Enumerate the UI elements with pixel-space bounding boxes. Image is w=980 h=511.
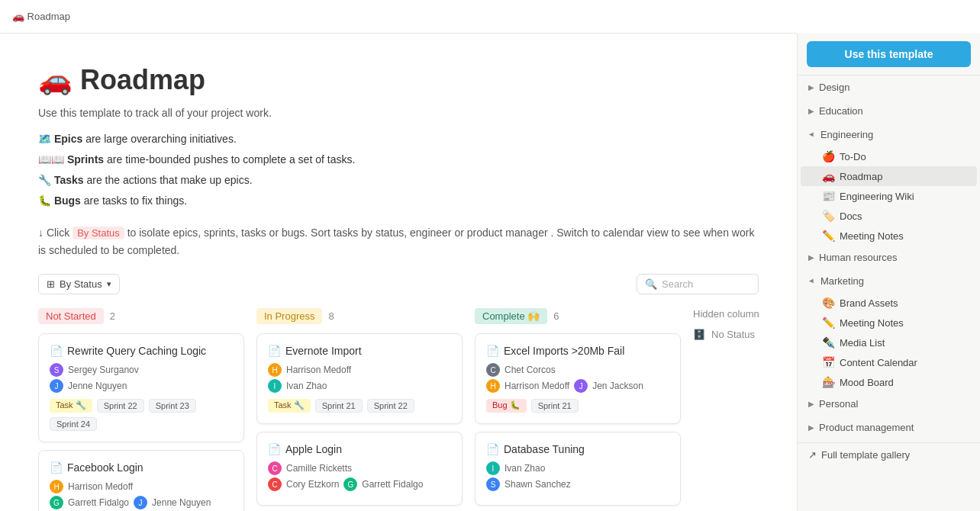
view-by-status-button[interactable]: ⊞ By Status ▾ <box>38 274 120 294</box>
search-icon: 🔍 <box>645 278 657 290</box>
sidebar-item-mood-board[interactable]: 🎰 Mood Board <box>801 372 977 392</box>
toolbar: ⊞ By Status ▾ 🔍 Search <box>38 274 759 294</box>
bullet-item: 🔧 Tasks are the actions that make up epi… <box>38 172 759 188</box>
sidebar-item-roadmap[interactable]: 🚗 Roadmap <box>801 166 977 186</box>
avatar: C <box>268 461 282 475</box>
tag-bug: Bug 🐛 <box>486 399 527 413</box>
sidebar-section-header-hr[interactable]: ▶ Human resources <box>798 246 980 269</box>
sidebar-item-label: Content Calendar <box>840 357 917 368</box>
card-person: S Sergey Surganov <box>50 363 233 377</box>
col-count-complete: 6 <box>553 310 559 322</box>
full-template-gallery-link[interactable]: ↗ Full template gallery <box>808 449 969 461</box>
sidebar-section-label: Product management <box>819 422 914 433</box>
person-name: Camille Ricketts <box>286 463 352 474</box>
tag-sprint: Sprint 23 <box>149 399 196 413</box>
person-name: Jenne Nguyen <box>152 497 211 508</box>
sidebar-section-items-engineering: 🍎 To-Do 🚗 Roadmap 📰 Engineering Wiki 🏷️ … <box>798 146 980 246</box>
avatar: H <box>50 480 63 493</box>
sidebar-item-content-calendar[interactable]: 📅 Content Calendar <box>801 352 977 372</box>
column-in-progress: In Progress 8 📄 Evernote Import H Harris… <box>256 308 463 511</box>
table-row[interactable]: 📄 Evernote Import H Harrison Medoff I Iv… <box>256 333 463 424</box>
media-list-icon: ✒️ <box>822 336 835 349</box>
grid-icon: ⊞ <box>47 278 55 290</box>
table-row[interactable]: 📄 Excel Imports >20Mb Fail C Chet Corcos… <box>475 333 681 424</box>
kanban-board: Not Started 2 📄 Rewrite Query Caching Lo… <box>38 308 759 511</box>
sidebar-section-hr: ▶ Human resources <box>798 246 980 269</box>
sidebar-header: Use this template <box>798 34 980 76</box>
tag-sprint: Sprint 22 <box>367 399 414 413</box>
search-box[interactable]: 🔍 Search <box>637 274 759 294</box>
sidebar-section-label: Human resources <box>819 252 898 263</box>
person-name: Chet Corcos <box>505 365 556 375</box>
sidebar-section-label: Education <box>819 105 863 117</box>
card-person: H Harrison Medoff <box>50 480 233 493</box>
footer-label: Full template gallery <box>821 449 910 461</box>
sidebar-section-header-marketing[interactable]: ▼ Marketing <box>798 269 980 293</box>
doc-icon: 📄 <box>268 345 281 357</box>
sidebar-item-media-list[interactable]: ✒️ Media List <box>801 333 977 352</box>
avatar: J <box>134 496 147 509</box>
table-row[interactable]: 📄 Rewrite Query Caching Logic S Sergey S… <box>38 333 244 442</box>
column-not-started: Not Started 2 📄 Rewrite Query Caching Lo… <box>38 308 244 511</box>
person-name: Jenne Nguyen <box>68 381 127 391</box>
topbar-title: 🚗 Roadmap <box>12 11 70 22</box>
card-person: J Jenne Nguyen <box>50 379 233 393</box>
sidebar-item-docs[interactable]: 🏷️ Docs <box>801 206 977 226</box>
avatar: J <box>574 379 588 393</box>
archive-icon: 🗄️ <box>693 329 705 340</box>
card-person: I Ivan Zhao <box>486 461 669 475</box>
avatar: C <box>486 363 500 377</box>
sidebar-section-personal: ▶ Personal <box>798 392 980 416</box>
sidebar-section-header-product-management[interactable]: ▶ Product management <box>798 416 980 439</box>
sidebar-item-label: Brand Assets <box>840 297 898 309</box>
click-info: ↓ Click By Status to isolate epics, spri… <box>38 224 759 259</box>
sidebar-section-product-management: ▶ Product management <box>798 416 980 439</box>
person-name: Cory Etzkorn <box>286 479 339 490</box>
sidebar-section-header-education[interactable]: ▶ Education <box>798 99 980 123</box>
doc-icon: 📄 <box>268 443 281 455</box>
table-row[interactable]: 📄 Database Tuning I Ivan Zhao S Shawn Sa… <box>475 432 681 506</box>
avatar: H <box>268 363 282 377</box>
chevron-right-icon: ▶ <box>808 423 814 432</box>
person-name: Harrison Medoff <box>505 381 569 391</box>
sidebar-section-header-engineering[interactable]: ▼ Engineering <box>798 123 980 146</box>
no-status-label: No Status <box>711 329 755 340</box>
bullet-list: 🗺️ Epics are large overarching initiativ… <box>38 131 759 209</box>
no-status-header: 🗄️ No Status 0 <box>693 329 759 340</box>
sidebar-section-label: Design <box>819 82 849 93</box>
sidebar-section-education: ▶ Education <box>798 99 980 123</box>
sidebar-section-header-personal[interactable]: ▶ Personal <box>798 392 980 416</box>
wiki-icon: 📰 <box>822 190 835 202</box>
sidebar-item-engineering-wiki[interactable]: 📰 Engineering Wiki <box>801 186 977 206</box>
page-title-area: 🚗 Roadmap Use this template to track all… <box>38 64 759 259</box>
sidebar-section-header-design[interactable]: ▶ Design <box>798 76 980 99</box>
sidebar-item-todo[interactable]: 🍎 To-Do <box>801 146 977 166</box>
sidebar-item-meeting-notes-mkt[interactable]: ✏️ Meeting Notes <box>801 313 977 333</box>
page-heading: Roadmap <box>80 64 205 96</box>
table-row[interactable]: 📄 Apple Login C Camille Ricketts C Cory … <box>256 432 463 506</box>
doc-icon: 📄 <box>486 443 499 455</box>
use-template-button[interactable]: Use this template <box>807 41 971 67</box>
search-placeholder: Search <box>662 278 693 290</box>
card-person: C Camille Ricketts <box>268 461 451 475</box>
view-label: By Status <box>60 278 102 290</box>
mood-board-icon: 🎰 <box>822 376 835 388</box>
chevron-right-icon: ▶ <box>808 400 814 408</box>
person-name: Jen Jackson <box>592 381 643 391</box>
avatar: I <box>268 379 282 393</box>
main-content: 🚗 Roadmap Use this template to track all… <box>0 34 797 511</box>
bullet-item: 🐛 Bugs are tasks to fix things. <box>38 193 759 209</box>
sidebar-section-label: Engineering <box>820 129 873 140</box>
sidebar-item-brand-assets[interactable]: 🎨 Brand Assets <box>801 293 977 313</box>
avatar: I <box>486 461 500 475</box>
sidebar-item-meeting-notes-eng[interactable]: ✏️ Meeting Notes <box>801 226 977 246</box>
sidebar-item-label: To-Do <box>840 151 866 162</box>
person-name: Garrett Fidalgo <box>68 497 129 508</box>
card-person: S Shawn Sanchez <box>486 477 669 491</box>
avatar: H <box>486 379 500 393</box>
top-bar: 🚗 Roadmap <box>0 0 797 34</box>
avatar: C <box>268 477 282 491</box>
sidebar-item-label: Meeting Notes <box>840 317 904 329</box>
col-status-not-started: Not Started <box>38 308 104 324</box>
table-row[interactable]: 📄 Facebook Login H Harrison Medoff G Gar… <box>38 450 244 511</box>
